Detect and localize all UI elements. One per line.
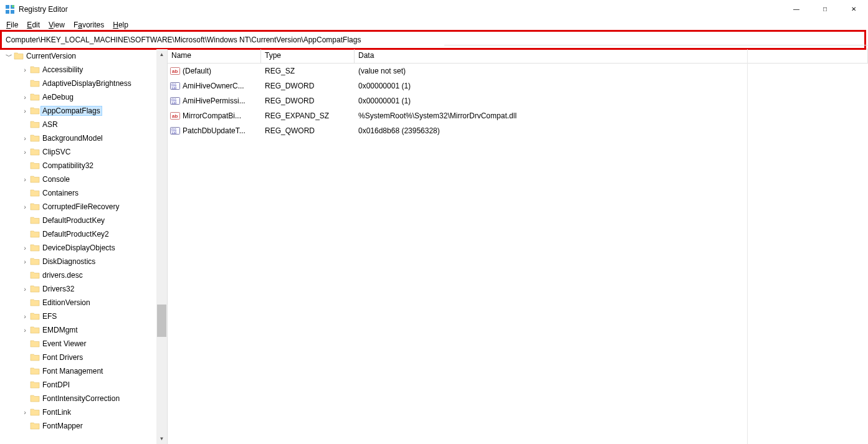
tree-item[interactable]: ›AeDebug [0, 90, 156, 104]
tree-item[interactable]: Compatibility32 [0, 159, 156, 172]
value-name: AmiHiveOwnerC... [183, 82, 244, 90]
tree-item[interactable]: ›Console [0, 172, 156, 186]
tree-item-label: DeviceDisplayObjects [42, 243, 115, 252]
folder-icon [14, 51, 24, 61]
value-row[interactable]: PatchDbUpdateT...REG_QWORD0x016d8b68 (23… [168, 123, 868, 138]
chevron-down-icon[interactable]: ﹀ [4, 52, 14, 61]
chevron-right-icon[interactable]: › [20, 409, 30, 416]
tree-item[interactable]: ›Accessibility [0, 63, 156, 77]
tree-item[interactable]: ›DiskDiagnostics [0, 255, 156, 268]
folder-icon [30, 325, 40, 335]
tree-item-label: DiskDiagnostics [42, 257, 95, 266]
tree-item[interactable]: ›FontLink [0, 405, 156, 419]
scroll-down-button[interactable]: ▼ [156, 433, 167, 444]
menu-favorites[interactable]: Favorites [70, 19, 108, 31]
tree-item[interactable]: ›CorruptedFileRecovery [0, 200, 156, 214]
chevron-right-icon[interactable]: › [20, 66, 30, 73]
folder-icon [30, 161, 40, 171]
tree-item[interactable]: drivers.desc [0, 268, 156, 282]
chevron-right-icon[interactable]: › [20, 93, 30, 101]
chevron-right-icon[interactable]: › [20, 258, 30, 265]
folder-icon [30, 311, 40, 321]
tree-item[interactable]: FontIntensityCorrection [0, 392, 156, 405]
tree-item[interactable]: ›EMDMgmt [0, 323, 156, 337]
folder-icon [30, 133, 40, 143]
tree-item-label: Containers [42, 189, 79, 197]
close-button[interactable]: ✕ [839, 0, 868, 19]
folder-icon [30, 78, 40, 88]
chevron-right-icon[interactable]: › [20, 326, 30, 334]
folder-icon [30, 202, 40, 212]
tree-item[interactable]: ﹀CurrentVersion [0, 49, 156, 63]
chevron-right-icon[interactable]: › [20, 135, 30, 142]
chevron-right-icon[interactable]: › [20, 313, 30, 320]
value-data: %SystemRoot%\System32\MirrorDrvCompat.dl… [355, 111, 868, 120]
chevron-right-icon[interactable]: › [20, 176, 30, 183]
tree-item[interactable]: AdaptiveDisplayBrightness [0, 77, 156, 90]
value-row[interactable]: AmiHiveOwnerC...REG_DWORD0x00000001 (1) [168, 78, 868, 93]
menu-file[interactable]: File [2, 19, 22, 31]
folder-icon [30, 380, 40, 390]
string-value-icon [170, 66, 180, 76]
folder-icon [30, 188, 40, 198]
folder-icon [30, 243, 40, 253]
chevron-right-icon[interactable]: › [20, 148, 30, 156]
maximize-button[interactable]: □ [811, 0, 839, 19]
tree-item[interactable]: EditionVersion [0, 296, 156, 309]
tree-item[interactable]: ›Drivers32 [0, 282, 156, 296]
tree-item[interactable]: Event Viewer [0, 337, 156, 351]
value-name: AmiHivePermissi... [183, 97, 246, 105]
app-icon [5, 4, 15, 14]
scroll-thumb[interactable] [157, 305, 166, 337]
chevron-right-icon[interactable]: › [20, 107, 30, 115]
tree-item[interactable]: ›DeviceDisplayObjects [0, 241, 156, 255]
tree-item-label: AdaptiveDisplayBrightness [42, 79, 131, 88]
folder-icon [30, 339, 40, 349]
tree-item[interactable]: FontMapper [0, 419, 156, 433]
folder-icon [30, 352, 40, 362]
value-row[interactable]: AmiHivePermissi...REG_DWORD0x00000001 (1… [168, 93, 868, 108]
tree-item[interactable]: Font Management [0, 364, 156, 378]
tree-pane: ﹀CurrentVersion›AccessibilityAdaptiveDis… [0, 49, 168, 444]
folder-icon [30, 147, 40, 157]
menu-view[interactable]: View [45, 19, 69, 31]
value-type: REG_DWORD [261, 97, 355, 105]
tree-item-label: Console [42, 175, 70, 184]
scroll-up-button[interactable]: ▲ [156, 49, 167, 60]
menu-edit[interactable]: Edit [23, 19, 44, 31]
folder-icon [30, 257, 40, 267]
tree-item[interactable]: Containers [0, 186, 156, 200]
folder-icon [30, 366, 40, 376]
tree-item-label: ClipSVC [42, 148, 70, 156]
tree-item[interactable]: DefaultProductKey2 [0, 227, 156, 241]
menu-help[interactable]: Help [109, 19, 132, 31]
tree-item-label: CurrentVersion [26, 52, 76, 60]
tree-item[interactable]: ›BackgroundModel [0, 131, 156, 145]
tree-item[interactable]: ›EFS [0, 309, 156, 323]
value-row[interactable]: MirrorCompatBi...REG_EXPAND_SZ%SystemRoo… [168, 108, 868, 123]
tree-item[interactable]: ASR [0, 118, 156, 131]
tree-item[interactable]: Font Drivers [0, 351, 156, 364]
tree-scrollbar[interactable]: ▲ ▼ [156, 49, 167, 444]
folder-icon [30, 298, 40, 308]
chevron-right-icon[interactable]: › [20, 285, 30, 293]
value-row[interactable]: (Default)REG_SZ(value not set) [168, 64, 868, 78]
tree-item-label: DefaultProductKey2 [42, 230, 109, 239]
tree-item-label: ASR [42, 120, 58, 129]
address-bar[interactable]: Computer\HKEY_LOCAL_MACHINE\SOFTWARE\Mic… [2, 34, 365, 45]
tree-item-label: EMDMgmt [42, 326, 78, 334]
chevron-right-icon[interactable]: › [20, 203, 30, 210]
tree-item-label: Accessibility [42, 65, 83, 74]
column-data[interactable]: Data [355, 49, 868, 63]
tree-item[interactable]: FontDPI [0, 378, 156, 392]
tree-item-label: AppCompatFlags [41, 106, 102, 116]
tree-item-label: Drivers32 [42, 285, 74, 293]
column-type[interactable]: Type [261, 49, 355, 63]
tree-item-label: EditionVersion [42, 298, 90, 307]
tree-item[interactable]: ›AppCompatFlags [0, 104, 156, 118]
tree-item[interactable]: DefaultProductKey [0, 214, 156, 227]
tree-item[interactable]: ›ClipSVC [0, 145, 156, 159]
chevron-right-icon[interactable]: › [20, 244, 30, 252]
minimize-button[interactable]: — [782, 0, 811, 19]
column-name[interactable]: Name [168, 49, 261, 63]
